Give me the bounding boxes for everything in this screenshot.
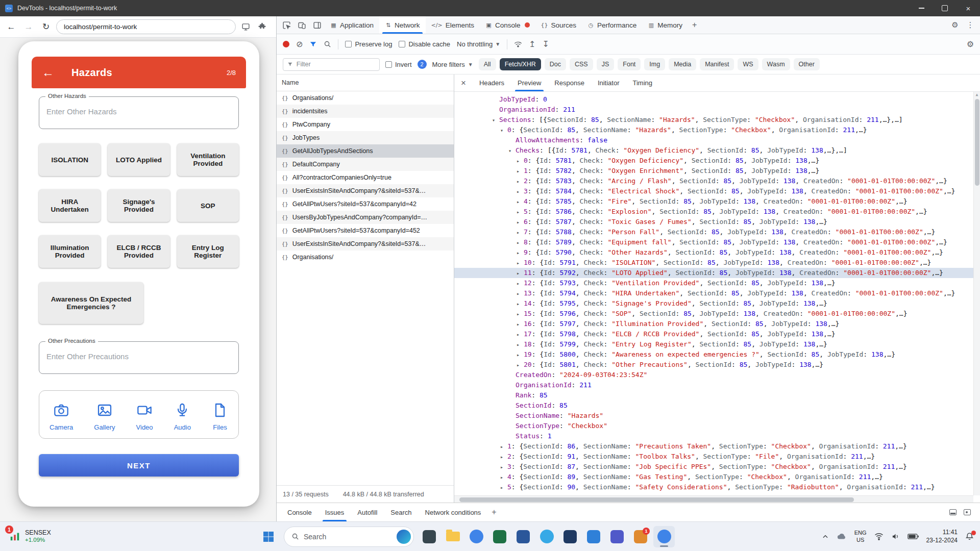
taskbar-app-file-explorer-icon[interactable] xyxy=(442,526,463,547)
request-row[interactable]: {}DefaultCompany xyxy=(277,158,454,171)
media-button-video[interactable]: Video xyxy=(136,402,153,431)
collapsed-arrow-icon[interactable]: ▸ xyxy=(517,340,524,350)
collapsed-arrow-icon[interactable]: ▸ xyxy=(517,217,524,228)
filter-chip[interactable]: Other xyxy=(794,58,820,70)
request-row[interactable]: {}GetAllPtwUsers?siteId=537&companyId=42 xyxy=(277,197,454,211)
collapsed-arrow-icon[interactable]: ▸ xyxy=(517,289,524,299)
expanded-arrow-icon[interactable]: ▾ xyxy=(500,126,507,136)
media-button-files[interactable]: Files xyxy=(212,402,228,431)
json-tree-row[interactable]: Status: 1 xyxy=(454,431,980,441)
drawer-tab-issues[interactable]: Issues xyxy=(318,503,351,521)
media-button-camera[interactable]: Camera xyxy=(50,402,73,431)
network-conditions-icon[interactable] xyxy=(514,40,522,48)
taskbar-app-edge-browser-icon[interactable] xyxy=(465,526,487,547)
filter-chip[interactable]: WS xyxy=(738,58,758,70)
json-tree-row[interactable]: ▸12: {Id: 5793, Check: "Ventilation Prov… xyxy=(454,278,980,288)
disable-cache-checkbox[interactable]: Disable cache xyxy=(399,40,450,48)
request-row[interactable]: {}PtwCompany xyxy=(277,118,454,131)
install-pwa-icon[interactable] xyxy=(239,20,252,34)
export-har-icon[interactable]: ↧ xyxy=(542,40,549,48)
record-network-log-icon[interactable] xyxy=(283,41,289,47)
horizontal-scrollbar[interactable] xyxy=(454,495,973,503)
json-tree-row[interactable]: JobTypeId: 0 xyxy=(454,94,980,105)
collapsed-arrow-icon[interactable]: ▸ xyxy=(500,472,507,483)
taskbar-app-skype-icon[interactable] xyxy=(536,526,557,547)
request-row[interactable]: {}GetAllPtwUsers?siteId=537&companyId=45… xyxy=(277,224,454,237)
json-tree-row[interactable]: ▸11: {Id: 5792, Check: "LOTO Applied", S… xyxy=(454,268,980,278)
filter-input[interactable] xyxy=(297,61,375,68)
collapsed-arrow-icon[interactable]: ▸ xyxy=(517,228,524,238)
json-tree-row[interactable]: ▸7: {Id: 5788, Check: "Person Fall", Sec… xyxy=(454,227,980,237)
app-back-arrow-icon[interactable]: ← xyxy=(42,66,54,79)
clock[interactable]: 11:41 23-12-2024 xyxy=(926,529,958,544)
filter-chip[interactable]: Doc xyxy=(545,58,566,70)
address-bar[interactable]: localhost/permit-to-work xyxy=(56,19,236,34)
json-tree-row[interactable]: ▸14: {Id: 5795, Check: "Signage's Provid… xyxy=(454,298,980,309)
drawer-more-tabs-button[interactable]: + xyxy=(487,508,500,517)
close-button[interactable]: × xyxy=(957,0,980,16)
hazard-button[interactable]: SOP xyxy=(177,189,239,222)
taskbar-app-photos-app-icon[interactable] xyxy=(419,526,440,547)
taskbar-app-vscode-icon[interactable] xyxy=(583,526,604,547)
volume-icon[interactable] xyxy=(891,533,900,540)
hazard-button[interactable]: Illumination Provided xyxy=(39,235,101,268)
close-detail-icon[interactable]: × xyxy=(454,78,473,88)
extensions-icon[interactable] xyxy=(255,20,268,34)
request-row[interactable]: {}Organisations/ xyxy=(277,251,454,264)
json-tree-row[interactable]: ▸1: {Id: 5782, Check: "Oxygen Enrichment… xyxy=(454,166,980,176)
filter-input-box[interactable] xyxy=(283,58,380,71)
request-row[interactable]: {}JobTypes xyxy=(277,131,454,144)
collapsed-arrow-icon[interactable]: ▸ xyxy=(517,166,524,177)
filter-chip[interactable]: Manifest xyxy=(700,58,734,70)
search-network-icon[interactable] xyxy=(324,40,331,48)
more-tabs-button[interactable]: + xyxy=(688,20,701,30)
detail-tab-headers[interactable]: Headers xyxy=(473,74,511,91)
json-tree-row[interactable]: ▸15: {Id: 5796, Check: "SOP", SectionId:… xyxy=(454,309,980,319)
hazard-button[interactable]: ELCB / RCCB Provided xyxy=(108,235,169,268)
json-tree-row[interactable]: ▸0: {Id: 5781, Check: "Oxygen Deficiency… xyxy=(454,156,980,166)
request-list-header[interactable]: Name xyxy=(277,74,454,91)
collapsed-arrow-icon[interactable]: ▸ xyxy=(517,309,524,319)
drawer-tab-network-conditions[interactable]: Network conditions xyxy=(419,503,488,521)
json-tree-row[interactable]: CreatedOn: "2024-09-03T04:23:54Z" xyxy=(454,370,980,380)
request-row[interactable]: {}incidentsites xyxy=(277,105,454,118)
horizontal-scroll-thumb[interactable] xyxy=(459,497,854,502)
more-filters-dropdown[interactable]: More filters ▼ xyxy=(432,61,473,68)
json-tree-row[interactable]: SectionId: 85 xyxy=(454,400,980,411)
language-indicator[interactable]: ENG US xyxy=(854,530,867,544)
dock-side-icon[interactable] xyxy=(309,18,325,32)
json-tree-row[interactable]: AllowAttachments: false xyxy=(454,135,980,145)
json-tree-row[interactable]: SectionType: "Checkbox" xyxy=(454,421,980,431)
other-hazards-input[interactable] xyxy=(46,107,231,116)
collapsed-arrow-icon[interactable]: ▸ xyxy=(500,483,507,493)
preserve-log-checkbox[interactable]: Preserve log xyxy=(345,40,392,48)
collapsed-arrow-icon[interactable]: ▸ xyxy=(517,156,524,166)
vertical-scrollbar[interactable]: ▲ xyxy=(973,92,980,495)
settings-gear-icon[interactable]: ⚙ xyxy=(947,18,963,32)
detail-tab-preview[interactable]: Preview xyxy=(511,74,548,91)
other-precautions-input[interactable] xyxy=(46,352,231,361)
tray-chevron-up-icon[interactable] xyxy=(822,533,829,540)
hazard-button[interactable]: LOTO Applied xyxy=(108,143,169,176)
device-toolbar-icon[interactable] xyxy=(294,18,309,32)
clear-network-log-icon[interactable]: ⊘ xyxy=(296,40,303,48)
hazard-button[interactable]: Entry Log Register xyxy=(177,235,239,268)
tab-performance[interactable]: ◷Performance xyxy=(582,16,642,34)
collapsed-arrow-icon[interactable]: ▸ xyxy=(500,452,507,462)
minimize-button[interactable] xyxy=(910,0,933,16)
json-tree-row[interactable]: ▸13: {Id: 5794, Check: "HIRA Undertaken"… xyxy=(454,288,980,298)
json-tree-row[interactable]: ▸17: {Id: 5798, Check: "ELCB / RCCB Prov… xyxy=(454,329,980,339)
tab-sources[interactable]: {}Sources xyxy=(535,16,582,34)
filter-chip[interactable]: Font xyxy=(618,58,641,70)
reload-icon[interactable]: ↻ xyxy=(39,20,53,34)
kebab-menu-icon[interactable]: ⋮ xyxy=(963,18,978,32)
json-tree-row[interactable]: ▸6: {Id: 5787, Check: "Toxic Gases / Fum… xyxy=(454,217,980,227)
scroll-up-arrow-icon[interactable]: ▲ xyxy=(974,92,980,97)
collapsed-arrow-icon[interactable]: ▸ xyxy=(517,258,524,268)
tab-elements[interactable]: </>Elements xyxy=(426,16,480,34)
json-tree-row[interactable]: ▸9: {Id: 5790, Check: "Other Hazards", S… xyxy=(454,247,980,258)
json-tree-row[interactable]: ▸19: {Id: 5800, Check: "Awareness on exp… xyxy=(454,349,980,360)
checkbox-icon[interactable] xyxy=(345,41,352,47)
onedrive-cloud-icon[interactable] xyxy=(837,533,847,540)
inspect-element-icon[interactable] xyxy=(279,18,294,32)
